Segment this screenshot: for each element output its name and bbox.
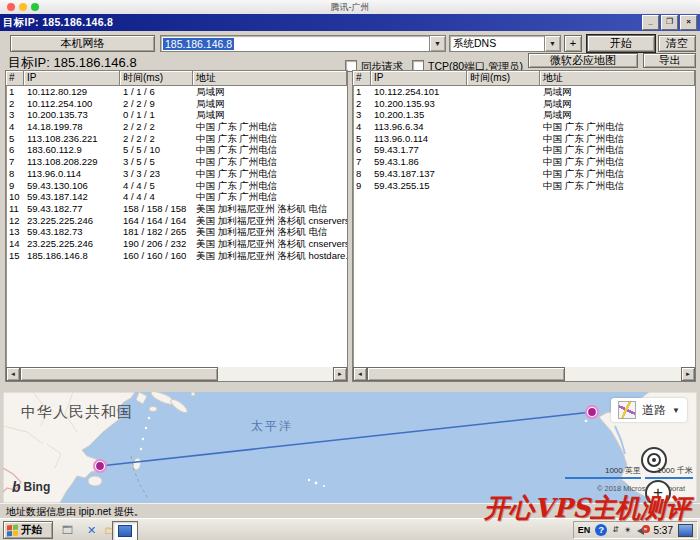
close-button[interactable]: × (680, 15, 697, 30)
col-index[interactable]: # (353, 71, 371, 86)
toggle-arrows-icon[interactable]: ⇵ (612, 526, 619, 534)
target-ip-value[interactable]: 185.186.146.8 (163, 38, 234, 50)
table-row[interactable]: 1423.225.225.246190 / 206 / 232美国 加利福尼亚州… (6, 238, 347, 250)
table-row[interactable]: 7113.108.208.2293 / 5 / 5中国 广东 广州电信 (6, 156, 347, 168)
table-row[interactable]: 414.18.199.782 / 2 / 2中国 广东 广州电信 (6, 121, 347, 133)
horizontal-scrollbar[interactable]: ◄ ► (6, 367, 347, 381)
bing-logo-text: Bing (24, 480, 51, 494)
trace-table-right: # IP 时间(ms) 地址 110.112.254.101局域网210.200… (352, 70, 696, 382)
add-button[interactable]: + (564, 35, 582, 52)
table-cell: 15 (6, 250, 24, 262)
table-cell: 中国 广东 广州电信 (540, 144, 695, 156)
map-style-button[interactable]: 道路 ▼ (611, 398, 687, 422)
window-titlebar[interactable]: 目标IP: 185.186.146.8 _ ❐ × (0, 14, 700, 31)
mac-titlebar: 腾讯-广州 (0, 0, 700, 15)
table-cell: 5 (353, 133, 371, 145)
table-cell: 7 (353, 156, 371, 168)
table-cell: 中国 广东 广州电信 (540, 168, 695, 180)
dns-combobox[interactable]: 系统DNS ▼ (449, 35, 561, 52)
active-taskbar-app[interactable] (112, 521, 138, 540)
col-address[interactable]: 地址 (540, 71, 695, 86)
table-row[interactable]: 759.43.1.86中国 广东 广州电信 (353, 156, 695, 168)
table-cell (467, 156, 540, 168)
table-row[interactable]: 959.43.255.15中国 广东 广州电信 (353, 180, 695, 192)
col-time[interactable]: 时间(ms) (120, 71, 193, 86)
col-ip[interactable]: IP (24, 71, 120, 86)
restore-button[interactable]: ❐ (661, 15, 678, 30)
clear-button[interactable]: 清空 (658, 35, 696, 52)
dns-selected-value: 系统DNS (450, 37, 496, 51)
scroll-right-icon[interactable]: ► (333, 367, 347, 381)
scrollbar-thumb[interactable] (20, 367, 218, 381)
table-cell: 中国 广东 广州电信 (193, 191, 347, 203)
col-time[interactable]: 时间(ms) (467, 71, 540, 86)
table-row[interactable]: 8113.96.0.1143 / 3 / 23中国 广东 广州电信 (6, 168, 347, 180)
table-row[interactable]: 110.112.80.1291 / 1 / 6局域网 (6, 86, 347, 98)
target-ip-combobox[interactable]: 185.186.146.8 ▼ (160, 35, 446, 52)
start-trace-button[interactable]: 开始 (587, 35, 655, 52)
app-window-icon (118, 525, 132, 537)
table-row[interactable]: 210.112.254.1002 / 2 / 9局域网 (6, 98, 347, 110)
mac-window-title: 腾讯-广州 (0, 0, 700, 14)
table-cell: 113.108.236.221 (24, 133, 120, 145)
table-row[interactable]: 1059.43.187.1424 / 4 / 4中国 广东 广州电信 (6, 191, 347, 203)
scroll-left-icon[interactable]: ◄ (6, 367, 20, 381)
col-address[interactable]: 地址 (193, 71, 347, 86)
scale-bar-km (645, 477, 693, 479)
table-row[interactable]: 5113.96.0.114中国 广东 广州电信 (353, 133, 695, 145)
bing-map[interactable]: 中华人民共和国 太平洋 b Bing 道路 ▼ 1000 英里 1000 千米 … (3, 392, 697, 503)
start-label: 开始 (21, 523, 42, 537)
table-row[interactable]: 659.43.1.77中国 广东 广州电信 (353, 144, 695, 156)
export-button[interactable]: 导出 (643, 53, 696, 68)
table-cell: 4 (6, 121, 24, 133)
table-row[interactable]: 959.43.130.1064 / 4 / 5中国 广东 广州电信 (6, 180, 347, 192)
table-cell: 59.43.1.86 (371, 156, 467, 168)
table-header: # IP 时间(ms) 地址 (6, 71, 347, 86)
scroll-right-icon[interactable]: ► (681, 367, 695, 381)
table-row[interactable]: 1223.225.225.246164 / 164 / 164美国 加利福尼亚州… (6, 215, 347, 227)
minimize-button[interactable]: _ (642, 15, 659, 30)
table-cell: 5 / 5 / 10 (120, 144, 193, 156)
table-row[interactable]: 110.112.254.101局域网 (353, 86, 695, 98)
table-cell: 113.96.0.114 (24, 168, 120, 180)
scrollbar-thumb[interactable] (367, 367, 565, 381)
table-row[interactable]: 4113.96.6.34中国 广东 广州电信 (353, 121, 695, 133)
show-desktop-icon[interactable]: 🗔 (60, 523, 75, 537)
table-cell: 2 (353, 98, 371, 110)
windows-logo-icon (7, 524, 18, 536)
start-button[interactable]: 开始 (3, 521, 53, 539)
table-row[interactable]: 6183.60.112.95 / 5 / 10中国 广东 广州电信 (6, 144, 347, 156)
table-cell: 2 / 2 / 2 (120, 121, 193, 133)
col-ip[interactable]: IP (371, 71, 467, 86)
table-cell: 局域网 (540, 109, 695, 121)
table-row[interactable]: 1159.43.182.77158 / 158 / 158美国 加利福尼亚州 洛… (6, 203, 347, 215)
table-row[interactable]: 859.43.187.137中国 广东 广州电信 (353, 168, 695, 180)
table-cell: 113.96.0.114 (371, 133, 467, 145)
language-indicator[interactable]: EN (578, 525, 591, 535)
table-row[interactable]: 1359.43.182.73181 / 182 / 265美国 加利福尼亚州 洛… (6, 226, 347, 238)
quick-launch-x-icon[interactable]: ✕ (84, 523, 99, 537)
scroll-left-icon[interactable]: ◄ (353, 367, 367, 381)
table-cell: 中国 广东 广州电信 (540, 121, 695, 133)
route-line (100, 412, 592, 466)
clock[interactable]: 5:37 (654, 525, 673, 536)
table-row[interactable]: 15185.186.146.8160 / 160 / 160美国 加利福尼亚州 … (6, 250, 347, 262)
table-row[interactable]: 5113.108.236.2212 / 2 / 2中国 广东 广州电信 (6, 133, 347, 145)
table-cell (467, 168, 540, 180)
table-cell: 中国 广东 广州电信 (540, 133, 695, 145)
table-cell: 10.112.254.100 (24, 98, 120, 110)
bing-map-button[interactable]: 微软必应地图 (528, 53, 638, 68)
table-row[interactable]: 310.200.1.35局域网 (353, 109, 695, 121)
chevron-down-icon[interactable]: ▼ (429, 36, 445, 51)
scale-miles: 1000 英里 (565, 465, 641, 479)
chevron-down-icon[interactable]: ▼ (544, 36, 560, 51)
tray-app-icon[interactable]: ✴ (624, 525, 632, 535)
table-cell: 2 / 2 / 9 (120, 98, 193, 110)
col-index[interactable]: # (6, 71, 24, 86)
horizontal-scrollbar[interactable]: ◄ ► (353, 367, 695, 381)
table-cell: 10.112.80.129 (24, 86, 120, 98)
local-network-button[interactable]: 本机网络 (10, 35, 155, 52)
table-row[interactable]: 210.200.135.93局域网 (353, 98, 695, 110)
table-row[interactable]: 310.200.135.730 / 1 / 1局域网 (6, 109, 347, 121)
table-cell: 113.96.6.34 (371, 121, 467, 133)
